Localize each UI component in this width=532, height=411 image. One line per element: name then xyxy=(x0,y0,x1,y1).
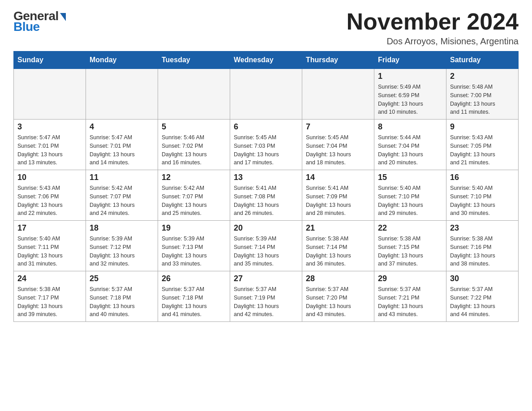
calendar-day-cell: 6Sunrise: 5:45 AM Sunset: 7:03 PM Daylig… xyxy=(230,120,302,170)
day-number: 28 xyxy=(306,274,370,283)
day-number: 5 xyxy=(162,122,226,132)
calendar-day-cell: 16Sunrise: 5:40 AM Sunset: 7:10 PM Dayli… xyxy=(446,170,519,221)
calendar-day-cell xyxy=(86,69,158,120)
calendar-day-cell: 26Sunrise: 5:37 AM Sunset: 7:18 PM Dayli… xyxy=(158,271,230,322)
day-info: Sunrise: 5:37 AM Sunset: 7:20 PM Dayligh… xyxy=(306,285,370,319)
day-info: Sunrise: 5:41 AM Sunset: 7:09 PM Dayligh… xyxy=(306,184,370,218)
day-number: 3 xyxy=(17,122,82,132)
day-number: 13 xyxy=(234,173,298,182)
day-number: 20 xyxy=(234,223,298,233)
calendar-day-cell: 29Sunrise: 5:37 AM Sunset: 7:21 PM Dayli… xyxy=(374,271,446,322)
calendar-day-cell: 27Sunrise: 5:37 AM Sunset: 7:19 PM Dayli… xyxy=(230,271,302,322)
day-number: 22 xyxy=(378,223,442,233)
day-number: 25 xyxy=(90,274,154,283)
day-number: 6 xyxy=(234,122,298,132)
calendar-week-row: 17Sunrise: 5:40 AM Sunset: 7:11 PM Dayli… xyxy=(14,221,519,271)
calendar-week-row: 10Sunrise: 5:43 AM Sunset: 7:06 PM Dayli… xyxy=(14,170,519,221)
calendar-day-cell: 12Sunrise: 5:42 AM Sunset: 7:07 PM Dayli… xyxy=(158,170,230,221)
day-info: Sunrise: 5:37 AM Sunset: 7:19 PM Dayligh… xyxy=(234,285,298,319)
day-number: 4 xyxy=(90,122,154,132)
day-info: Sunrise: 5:40 AM Sunset: 7:10 PM Dayligh… xyxy=(378,184,442,218)
calendar-day-cell: 7Sunrise: 5:45 AM Sunset: 7:04 PM Daylig… xyxy=(302,120,374,170)
day-number: 14 xyxy=(306,173,370,182)
day-info: Sunrise: 5:39 AM Sunset: 7:13 PM Dayligh… xyxy=(162,235,226,268)
day-number: 17 xyxy=(17,223,82,233)
day-number: 15 xyxy=(378,173,442,182)
day-info: Sunrise: 5:37 AM Sunset: 7:22 PM Dayligh… xyxy=(450,285,515,319)
location-subtitle: Dos Arroyos, Misiones, Argentina xyxy=(347,36,519,47)
calendar-day-cell xyxy=(158,69,230,120)
day-info: Sunrise: 5:44 AM Sunset: 7:04 PM Dayligh… xyxy=(378,133,442,167)
calendar-week-row: 24Sunrise: 5:38 AM Sunset: 7:17 PM Dayli… xyxy=(14,271,519,322)
calendar-day-cell: 13Sunrise: 5:41 AM Sunset: 7:08 PM Dayli… xyxy=(230,170,302,221)
day-number: 9 xyxy=(450,122,515,132)
title-section: November 2024 Dos Arroyos, Misiones, Arg… xyxy=(347,9,519,47)
calendar-day-cell: 17Sunrise: 5:40 AM Sunset: 7:11 PM Dayli… xyxy=(14,221,86,271)
calendar-day-cell xyxy=(230,69,302,120)
month-year-title: November 2024 xyxy=(347,9,519,34)
day-number: 27 xyxy=(234,274,298,283)
day-info: Sunrise: 5:49 AM Sunset: 6:59 PM Dayligh… xyxy=(378,83,442,116)
calendar-day-cell: 20Sunrise: 5:39 AM Sunset: 7:14 PM Dayli… xyxy=(230,221,302,271)
day-number: 29 xyxy=(378,274,442,283)
calendar-day-cell: 5Sunrise: 5:46 AM Sunset: 7:02 PM Daylig… xyxy=(158,120,230,170)
day-info: Sunrise: 5:45 AM Sunset: 7:04 PM Dayligh… xyxy=(306,133,370,167)
calendar-day-cell xyxy=(302,69,374,120)
calendar-day-cell: 1Sunrise: 5:49 AM Sunset: 6:59 PM Daylig… xyxy=(374,69,446,120)
day-number: 2 xyxy=(450,72,515,81)
calendar-day-cell: 8Sunrise: 5:44 AM Sunset: 7:04 PM Daylig… xyxy=(374,120,446,170)
calendar-day-cell: 15Sunrise: 5:40 AM Sunset: 7:10 PM Dayli… xyxy=(374,170,446,221)
day-of-week-header: Thursday xyxy=(302,51,374,69)
calendar-day-cell: 18Sunrise: 5:39 AM Sunset: 7:12 PM Dayli… xyxy=(86,221,158,271)
day-number: 18 xyxy=(90,223,154,233)
calendar-day-cell: 2Sunrise: 5:48 AM Sunset: 7:00 PM Daylig… xyxy=(446,69,519,120)
day-number: 30 xyxy=(450,274,515,283)
calendar-day-cell: 14Sunrise: 5:41 AM Sunset: 7:09 PM Dayli… xyxy=(302,170,374,221)
logo-blue-text: Blue xyxy=(13,20,40,34)
day-info: Sunrise: 5:38 AM Sunset: 7:17 PM Dayligh… xyxy=(17,285,82,319)
day-number: 19 xyxy=(162,223,226,233)
day-number: 23 xyxy=(450,223,515,233)
day-number: 8 xyxy=(378,122,442,132)
calendar-day-cell: 10Sunrise: 5:43 AM Sunset: 7:06 PM Dayli… xyxy=(14,170,86,221)
day-info: Sunrise: 5:38 AM Sunset: 7:14 PM Dayligh… xyxy=(306,235,370,268)
calendar-day-cell: 21Sunrise: 5:38 AM Sunset: 7:14 PM Dayli… xyxy=(302,221,374,271)
day-info: Sunrise: 5:39 AM Sunset: 7:12 PM Dayligh… xyxy=(90,235,154,268)
day-info: Sunrise: 5:43 AM Sunset: 7:05 PM Dayligh… xyxy=(450,133,515,167)
calendar-week-row: 3Sunrise: 5:47 AM Sunset: 7:01 PM Daylig… xyxy=(14,120,519,170)
day-info: Sunrise: 5:37 AM Sunset: 7:18 PM Dayligh… xyxy=(162,285,226,319)
day-number: 12 xyxy=(162,173,226,182)
calendar-day-cell: 9Sunrise: 5:43 AM Sunset: 7:05 PM Daylig… xyxy=(446,120,519,170)
day-info: Sunrise: 5:45 AM Sunset: 7:03 PM Dayligh… xyxy=(234,133,298,167)
day-number: 24 xyxy=(17,274,82,283)
day-number: 7 xyxy=(306,122,370,132)
day-number: 16 xyxy=(450,173,515,182)
day-info: Sunrise: 5:40 AM Sunset: 7:11 PM Dayligh… xyxy=(17,235,82,268)
calendar-day-cell xyxy=(14,69,86,120)
logo: General Blue xyxy=(13,9,66,34)
day-of-week-header: Sunday xyxy=(14,51,86,69)
day-info: Sunrise: 5:43 AM Sunset: 7:06 PM Dayligh… xyxy=(17,184,82,218)
day-info: Sunrise: 5:48 AM Sunset: 7:00 PM Dayligh… xyxy=(450,83,515,116)
calendar-day-cell: 25Sunrise: 5:37 AM Sunset: 7:18 PM Dayli… xyxy=(86,271,158,322)
day-of-week-header: Friday xyxy=(374,51,446,69)
day-info: Sunrise: 5:38 AM Sunset: 7:15 PM Dayligh… xyxy=(378,235,442,268)
day-info: Sunrise: 5:42 AM Sunset: 7:07 PM Dayligh… xyxy=(162,184,226,218)
calendar-day-cell: 30Sunrise: 5:37 AM Sunset: 7:22 PM Dayli… xyxy=(446,271,519,322)
calendar-day-cell: 4Sunrise: 5:47 AM Sunset: 7:01 PM Daylig… xyxy=(86,120,158,170)
day-info: Sunrise: 5:37 AM Sunset: 7:18 PM Dayligh… xyxy=(90,285,154,319)
day-number: 11 xyxy=(90,173,154,182)
day-info: Sunrise: 5:38 AM Sunset: 7:16 PM Dayligh… xyxy=(450,235,515,268)
day-of-week-header: Wednesday xyxy=(230,51,302,69)
page-header: General Blue November 2024 Dos Arroyos, … xyxy=(13,9,519,47)
calendar-day-cell: 23Sunrise: 5:38 AM Sunset: 7:16 PM Dayli… xyxy=(446,221,519,271)
day-info: Sunrise: 5:39 AM Sunset: 7:14 PM Dayligh… xyxy=(234,235,298,268)
logo-arrow-icon xyxy=(60,13,66,21)
day-number: 21 xyxy=(306,223,370,233)
day-info: Sunrise: 5:42 AM Sunset: 7:07 PM Dayligh… xyxy=(90,184,154,218)
day-number: 1 xyxy=(378,72,442,81)
day-info: Sunrise: 5:47 AM Sunset: 7:01 PM Dayligh… xyxy=(90,133,154,167)
day-of-week-header: Saturday xyxy=(446,51,519,69)
calendar-week-row: 1Sunrise: 5:49 AM Sunset: 6:59 PM Daylig… xyxy=(14,69,519,120)
day-of-week-header: Tuesday xyxy=(158,51,230,69)
